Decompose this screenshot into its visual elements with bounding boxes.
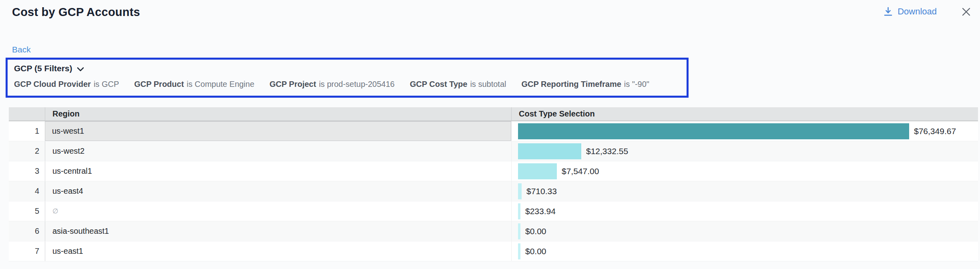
- row-index: 1: [9, 121, 45, 141]
- table-row: 2us-west2$12,332.55: [9, 141, 978, 161]
- row-index: 7: [9, 241, 45, 261]
- column-header-cost-type-selection: Cost Type Selection: [511, 107, 978, 120]
- filter-item: GCP Projectis prod-setup-205416: [269, 80, 394, 89]
- cost-cell[interactable]: $233.94: [511, 201, 978, 221]
- table-row: 7us-east1$0.00: [9, 241, 978, 261]
- table-row: 3us-central1$7,547.00: [9, 161, 978, 181]
- close-icon: [961, 7, 971, 17]
- region-cell[interactable]: us-west1: [45, 121, 511, 141]
- cost-cell[interactable]: $7,547.00: [511, 161, 978, 181]
- page-title: Cost by GCP Accounts: [12, 6, 140, 19]
- cost-cell[interactable]: $0.00: [511, 241, 978, 261]
- download-label: Download: [898, 6, 937, 17]
- filter-item: GCP Reporting Timeframeis "-90": [521, 80, 649, 89]
- table-body: 1us-west1$76,349.672us-west2$12,332.553u…: [9, 121, 978, 261]
- region-cell[interactable]: us-west2: [45, 141, 511, 161]
- cost-cell[interactable]: $0.00: [511, 221, 978, 241]
- region-cell[interactable]: ∅: [45, 201, 511, 221]
- cost-value-label: $12,332.55: [586, 147, 628, 156]
- cost-bar: [518, 143, 581, 159]
- cost-bar: [518, 203, 520, 219]
- table-row: 6asia-southeast1$0.00: [9, 221, 978, 241]
- cost-cell[interactable]: $710.33: [511, 181, 978, 201]
- row-index: 3: [9, 161, 45, 181]
- cost-value-label: $0.00: [525, 247, 546, 256]
- cost-value-label: $7,547.00: [562, 167, 599, 176]
- cost-value-label: $710.33: [526, 187, 557, 196]
- filters-dropdown-toggle[interactable]: GCP (5 Filters): [14, 64, 84, 73]
- filters-panel: GCP (5 Filters) GCP Cloud Provideris GCP…: [6, 58, 689, 98]
- table-row: 5∅$233.94: [9, 201, 978, 221]
- region-cell[interactable]: us-east4: [45, 181, 511, 201]
- cost-bar: [518, 123, 909, 139]
- cost-value-label: $76,349.67: [914, 126, 956, 136]
- topbar-actions: Download: [884, 6, 972, 18]
- back-link[interactable]: Back: [12, 45, 31, 54]
- column-header-region: Region: [45, 107, 511, 120]
- cost-cell[interactable]: $76,349.67: [511, 121, 978, 141]
- download-button[interactable]: Download: [884, 6, 937, 17]
- region-cell[interactable]: us-central1: [45, 161, 511, 181]
- close-button[interactable]: [960, 6, 972, 18]
- filter-item: GCP Productis Compute Engine: [134, 80, 254, 89]
- cost-value-label: $233.94: [525, 207, 556, 216]
- cost-bar: [518, 243, 520, 259]
- cost-cell[interactable]: $12,332.55: [511, 141, 978, 161]
- filter-item: GCP Cloud Provideris GCP: [14, 80, 119, 89]
- chevron-down-icon: [77, 66, 84, 72]
- cost-table: Region Cost Type Selection 1us-west1$76,…: [9, 107, 978, 261]
- row-index: 6: [9, 221, 45, 241]
- filter-summary: GCP Cloud Provideris GCPGCP Productis Co…: [14, 80, 680, 89]
- row-index: 2: [9, 141, 45, 161]
- table-header-row: Region Cost Type Selection: [9, 107, 978, 121]
- region-cell[interactable]: us-east1: [45, 241, 511, 261]
- table-row: 1us-west1$76,349.67: [9, 121, 978, 141]
- row-index: 4: [9, 181, 45, 201]
- cost-bar: [518, 183, 522, 199]
- null-value: ∅: [52, 207, 58, 215]
- table-row: 4us-east4$710.33: [9, 181, 978, 201]
- column-header-index: [9, 107, 45, 120]
- filter-item: GCP Cost Typeis subtotal: [410, 80, 506, 89]
- row-index: 5: [9, 201, 45, 221]
- download-icon: [884, 7, 893, 16]
- cost-bar: [518, 223, 520, 239]
- cost-value-label: $0.00: [525, 227, 546, 236]
- region-cell[interactable]: asia-southeast1: [45, 221, 511, 241]
- filters-dropdown-label: GCP (5 Filters): [14, 64, 72, 73]
- cost-bar: [518, 163, 557, 179]
